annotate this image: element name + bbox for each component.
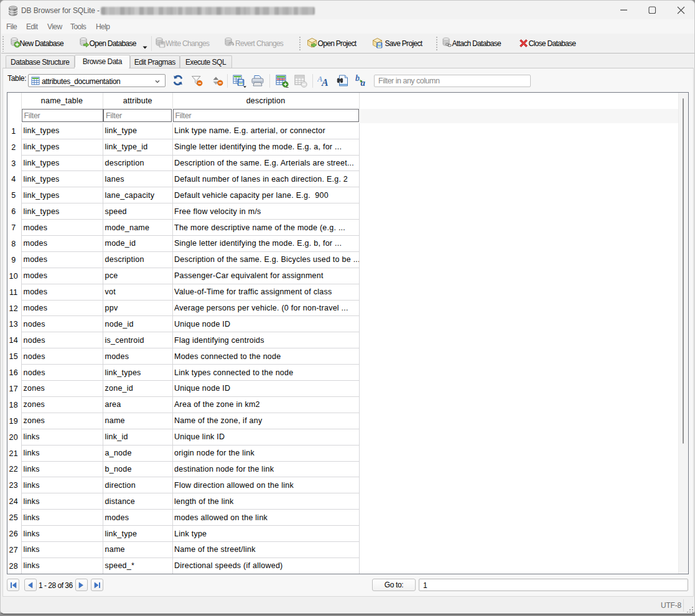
- svg-text:A: A: [321, 77, 329, 86]
- svg-text:a: a: [361, 78, 366, 86]
- svg-text:b: b: [355, 74, 360, 83]
